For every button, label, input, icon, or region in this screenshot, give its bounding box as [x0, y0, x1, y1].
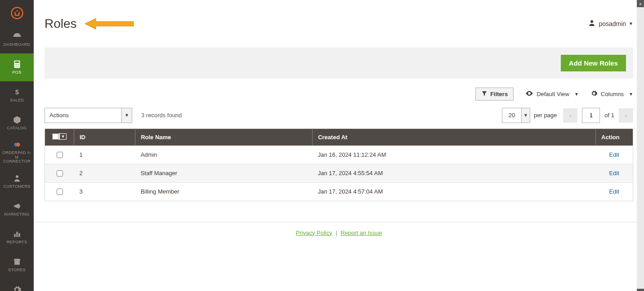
page-title: Roles — [45, 17, 77, 31]
sidebar-item-label: REPORTS — [7, 240, 27, 244]
sidebar-item-sales[interactable]: $ SALES — [0, 81, 34, 109]
header-role-name[interactable]: Role Name — [135, 128, 313, 146]
caret-down-icon[interactable]: ▼ — [122, 108, 132, 123]
bar-chart-icon — [12, 229, 22, 239]
svg-point-14 — [16, 175, 18, 178]
header-id[interactable]: ID — [74, 128, 135, 146]
row-checkbox[interactable] — [57, 152, 63, 158]
link-icon — [12, 140, 22, 150]
columns-menu[interactable]: Columns ▼ — [590, 90, 633, 98]
annotation-arrow-icon — [85, 18, 134, 30]
add-new-roles-button[interactable]: Add New Roles — [561, 55, 626, 71]
sidebar-item-pos[interactable]: POS — [0, 53, 34, 81]
columns-label: Columns — [601, 91, 624, 97]
sidebar-item-label: CATALOG — [7, 126, 27, 130]
browser-scrollbar[interactable]: ▲ ▼ — [637, 0, 644, 291]
svg-rect-16 — [14, 234, 15, 237]
sidebar-item-customers[interactable]: CUSTOMERS — [0, 168, 34, 195]
sidebar-item-marketing[interactable]: MARKETING — [0, 195, 34, 223]
svg-point-21 — [590, 20, 593, 23]
svg-rect-19 — [14, 260, 20, 265]
sidebar-item-label: STORES — [8, 268, 26, 272]
person-icon — [12, 173, 22, 183]
dollar-icon: $ — [12, 87, 22, 97]
sidebar-item-label: MARKETING — [4, 212, 29, 216]
caret-down-icon[interactable]: ▼ — [522, 108, 530, 123]
caret-down-icon: ▼ — [629, 92, 633, 97]
footer-separator: | — [335, 229, 337, 236]
user-menu[interactable]: posadmin ▼ — [588, 19, 633, 28]
edit-link[interactable]: Edit — [609, 170, 619, 176]
funnel-icon — [481, 90, 487, 98]
edit-link[interactable]: Edit — [609, 151, 619, 158]
records-found-text: 3 records found — [141, 112, 182, 119]
roles-table: ▼ ID Role Name Created At Action 1 Admin… — [45, 128, 633, 201]
header-created-at[interactable]: Created At — [313, 128, 596, 146]
sidebar-item-label: SALES — [10, 98, 24, 102]
page-total-text: of 1 — [604, 112, 614, 119]
table-row[interactable]: 2 Staff Manager Jan 17, 2024 4:55:54 AM … — [45, 164, 633, 182]
prev-page-button[interactable]: ‹ — [563, 108, 577, 123]
page-input[interactable] — [582, 108, 600, 123]
cell-id: 1 — [74, 146, 135, 164]
header-select[interactable]: ▼ — [45, 128, 74, 146]
gauge-icon — [12, 31, 22, 41]
report-issue-link[interactable]: Report an Issue — [340, 229, 382, 236]
scroll-thumb[interactable] — [637, 289, 644, 291]
gear-icon — [590, 90, 598, 98]
sidebar-item-system[interactable]: SYSTEM — [0, 279, 34, 291]
action-bar: Add New Roles — [45, 48, 633, 79]
sidebar-item-dashboard[interactable]: DASHBOARD — [0, 26, 34, 53]
calculator-icon — [12, 59, 22, 69]
cell-created-at: Jan 17, 2024 4:55:54 AM — [313, 164, 596, 182]
sidebar-item-label: ORDERPAD A-M CONNECTOR — [1, 151, 33, 163]
cell-role-name: Billing Member — [135, 182, 313, 201]
svg-rect-15 — [19, 204, 20, 207]
svg-point-8 — [15, 66, 16, 66]
edit-link[interactable]: Edit — [609, 188, 619, 195]
filters-label: Filters — [490, 91, 508, 97]
svg-marker-20 — [85, 18, 134, 29]
gear-icon — [12, 285, 22, 291]
svg-point-1 — [16, 10, 18, 11]
main-content: Roles posadmin ▼ Add New Roles Filters D… — [34, 0, 644, 291]
sidebar-item-stores[interactable]: STORES — [0, 251, 34, 279]
eye-icon — [525, 89, 533, 99]
svg-point-0 — [11, 7, 22, 18]
table-row[interactable]: 1 Admin Jan 16, 2024 11:12:24 AM Edit — [45, 146, 633, 164]
cube-icon — [12, 115, 22, 125]
sidebar-item-orderpad-connector[interactable]: ORDERPAD A-M CONNECTOR — [0, 137, 34, 168]
default-view-label: Default View — [537, 91, 569, 97]
svg-rect-17 — [16, 232, 18, 237]
user-name: posadmin — [599, 20, 626, 27]
default-view-menu[interactable]: Default View ▼ — [525, 89, 579, 99]
cell-id: 3 — [74, 182, 135, 201]
user-icon — [588, 19, 596, 28]
sidebar: DASHBOARD POS $ SALES CATALOG ORDERPAD A… — [0, 0, 34, 291]
row-checkbox[interactable] — [57, 189, 63, 195]
brand-logo — [0, 0, 34, 26]
caret-down-icon: ▼ — [629, 21, 633, 26]
store-icon — [12, 257, 22, 267]
sidebar-item-label: DASHBOARD — [4, 43, 31, 47]
sidebar-item-catalog[interactable]: CATALOG — [0, 109, 34, 137]
megaphone-icon — [12, 201, 22, 211]
filters-button[interactable]: Filters — [475, 88, 514, 101]
next-page-button[interactable]: › — [619, 108, 633, 123]
table-row[interactable]: 3 Billing Member Jan 17, 2024 4:57:04 AM… — [45, 182, 633, 201]
sidebar-item-reports[interactable]: REPORTS — [0, 223, 34, 251]
per-page-value[interactable]: 20 — [502, 108, 522, 123]
svg-rect-18 — [18, 233, 20, 237]
actions-dropdown[interactable]: Actions ▼ — [45, 108, 132, 123]
header-action: Action — [596, 128, 633, 146]
svg-point-10 — [18, 66, 18, 66]
cell-id: 2 — [74, 164, 135, 182]
svg-text:$: $ — [15, 88, 19, 96]
privacy-policy-link[interactable]: Privacy Policy — [296, 229, 332, 236]
cell-created-at: Jan 17, 2024 4:57:04 AM — [313, 182, 596, 201]
svg-point-13 — [16, 143, 20, 146]
scroll-up-icon[interactable]: ▲ — [637, 0, 644, 7]
row-checkbox[interactable] — [57, 170, 63, 176]
grid-toolbar: Filters Default View ▼ Columns ▼ — [34, 79, 644, 101]
svg-point-7 — [18, 64, 18, 65]
